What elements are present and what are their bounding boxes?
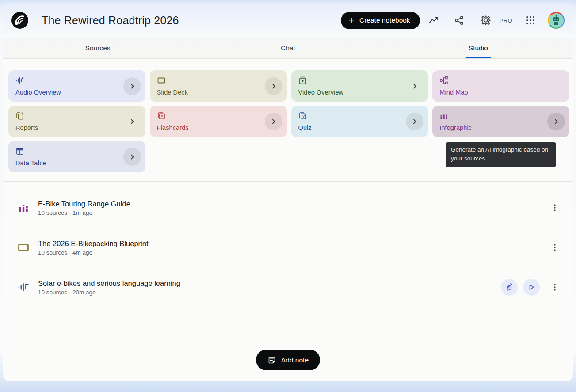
data-table-icon xyxy=(15,147,24,156)
reports-icon xyxy=(15,111,24,120)
audio-waveform-icon xyxy=(15,76,24,85)
card-label: Audio Overview xyxy=(15,89,123,96)
mind-map-icon xyxy=(439,76,448,85)
infographic-icon xyxy=(439,111,448,120)
card-video-overview[interactable]: Video Overview xyxy=(291,70,428,102)
settings-gear-icon[interactable] xyxy=(479,14,492,27)
card-label: Infographic xyxy=(439,124,547,131)
studio-artifact-list: E-Bike Touring Range Guide 10 sources · … xyxy=(3,188,573,307)
artifact-title: The 2026 E-Bikepacking Blueprint xyxy=(38,240,148,248)
svg-text:?: ? xyxy=(302,114,304,118)
create-notebook-label: Create notebook xyxy=(359,16,410,24)
pro-badge: PRO xyxy=(500,17,512,24)
quiz-icon: ? xyxy=(298,111,307,120)
audio-waveform-icon xyxy=(18,282,29,293)
chevron-right-button[interactable] xyxy=(123,113,141,130)
notebook-title[interactable]: The Rewired Roadtrip 2026 xyxy=(42,14,179,27)
chevron-right-button[interactable] xyxy=(123,148,141,166)
play-button[interactable] xyxy=(523,279,540,296)
notebooklm-logo-icon[interactable] xyxy=(11,12,28,29)
apps-grid-icon[interactable] xyxy=(524,14,537,27)
artifact-meta: 10 sources · 1m ago xyxy=(38,209,130,216)
avatar-robot-image xyxy=(549,13,564,28)
card-quiz[interactable]: ? Quiz xyxy=(291,106,428,137)
chevron-right-button[interactable] xyxy=(406,113,423,130)
share-icon[interactable] xyxy=(453,14,466,27)
card-label: Quiz xyxy=(298,124,406,131)
video-overview-icon xyxy=(298,76,307,85)
artifact-meta: 10 sources · 4m ago xyxy=(38,249,148,256)
plus-icon: + xyxy=(349,15,354,25)
tab-sources-label: Sources xyxy=(85,44,111,52)
main-tabbar: Sources Chat Studio xyxy=(3,38,573,59)
artifact-row-slide-deck[interactable]: The 2026 E-Bikepacking Blueprint 10 sour… xyxy=(3,228,573,267)
add-note-label: Add note xyxy=(281,356,309,364)
tab-sources[interactable]: Sources xyxy=(3,38,193,58)
chevron-right-button[interactable] xyxy=(406,77,423,95)
header-actions: + Create notebook xyxy=(341,12,573,29)
waving-hand-icon xyxy=(505,283,514,292)
tab-studio[interactable]: Studio xyxy=(383,38,573,58)
chevron-right-button[interactable] xyxy=(265,113,282,130)
more-options-kebab-icon[interactable] xyxy=(549,240,561,255)
card-slide-deck[interactable]: Slide Deck xyxy=(150,70,287,102)
card-audio-overview[interactable]: Audio Overview xyxy=(8,70,145,102)
card-infographic[interactable]: Infographic xyxy=(432,106,569,137)
card-label: Data Table xyxy=(15,160,123,167)
interactive-mode-button[interactable] xyxy=(501,279,518,296)
play-icon xyxy=(527,283,535,291)
card-reports[interactable]: Reports xyxy=(8,106,145,137)
add-note-container: Add note xyxy=(3,350,573,370)
card-data-table[interactable]: Data Table xyxy=(8,141,145,172)
artifact-meta: 10 sources · 20m ago xyxy=(38,289,180,296)
avatar[interactable] xyxy=(548,12,565,29)
artifact-row-audio-overview[interactable]: Solar e-bikes and serious language learn… xyxy=(3,267,573,307)
tab-chat[interactable]: Chat xyxy=(193,38,383,58)
infographic-icon xyxy=(18,202,29,213)
artifact-row-infographic[interactable]: E-Bike Touring Range Guide 10 sources · … xyxy=(3,188,573,228)
note-icon xyxy=(267,356,276,365)
artifact-title: Solar e-bikes and serious language learn… xyxy=(38,279,180,288)
card-flashcards[interactable]: Flashcards xyxy=(150,106,287,137)
card-label: Video Overview xyxy=(298,89,406,96)
tab-studio-label: Studio xyxy=(469,44,488,52)
chevron-right-button[interactable] xyxy=(265,77,282,95)
card-label: Flashcards xyxy=(157,124,265,131)
card-label: Slide Deck xyxy=(157,89,265,96)
slide-deck-icon xyxy=(18,242,29,253)
tab-chat-label: Chat xyxy=(281,44,295,52)
more-options-kebab-icon[interactable] xyxy=(549,200,561,216)
chevron-right-button[interactable] xyxy=(123,77,141,95)
slide-deck-icon xyxy=(157,76,166,85)
app-header: The Rewired Roadtrip 2026 + Create noteb… xyxy=(3,3,573,38)
active-tab-underline xyxy=(465,57,491,58)
artifact-title: E-Bike Touring Range Guide xyxy=(38,200,130,208)
card-label: Mind Map xyxy=(439,89,547,96)
analytics-trending-icon[interactable] xyxy=(427,14,440,27)
section-divider xyxy=(3,181,573,182)
add-note-button[interactable]: Add note xyxy=(256,350,320,370)
card-mind-map[interactable]: Mind Map xyxy=(432,70,569,102)
card-label: Reports xyxy=(15,124,123,131)
infographic-tooltip: Generate an AI infographic based on your… xyxy=(446,142,556,167)
chevron-right-button[interactable] xyxy=(547,113,565,130)
more-options-kebab-icon[interactable] xyxy=(549,279,561,295)
notebooklm-app: The Rewired Roadtrip 2026 + Create noteb… xyxy=(3,3,573,381)
flashcards-icon xyxy=(157,111,166,120)
create-notebook-button[interactable]: + Create notebook xyxy=(341,12,420,29)
